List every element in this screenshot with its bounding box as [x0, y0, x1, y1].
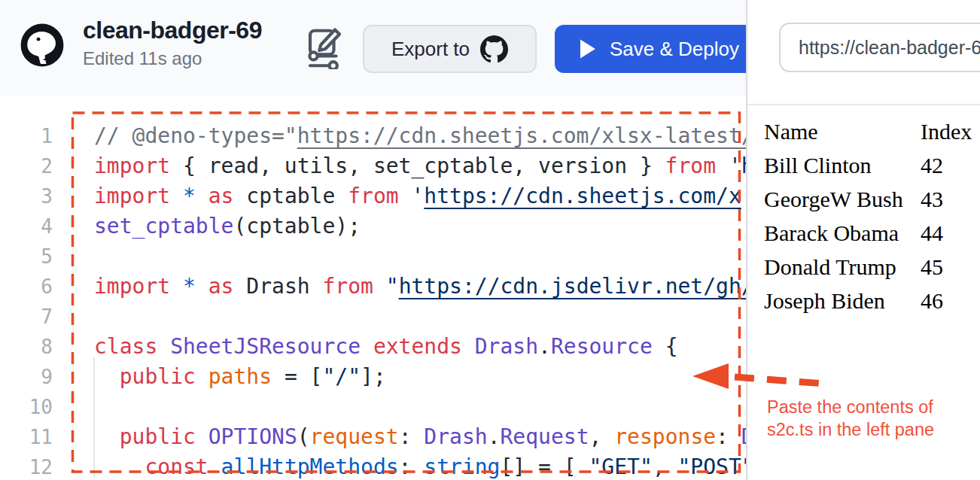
editor-pane: clean-badger-69 Edited 11s ago Export to	[0, 0, 746, 480]
table-cell: 46	[921, 284, 972, 317]
code-line[interactable]: 2import { read, utils, set_cptable, vers…	[0, 151, 746, 181]
code-token: 'h	[729, 153, 746, 178]
code-token: string	[424, 454, 500, 479]
code-token	[157, 334, 170, 359]
code-token: request	[310, 424, 399, 449]
code-token: as	[208, 274, 234, 299]
table-row: Bill Clinton42	[764, 148, 972, 182]
code-line[interactable]: 6import * as Drash from "https://cdn.jsd…	[0, 272, 746, 302]
line-number: 1	[0, 121, 53, 151]
code-token: Drash	[424, 424, 487, 449]
code-token	[208, 454, 221, 479]
code-token: '	[411, 184, 424, 208]
code-text: public paths = ["/"];	[53, 362, 386, 392]
code-token: Drash	[475, 334, 538, 359]
code-token: public	[120, 424, 196, 449]
table-row: GeorgeW Bush43	[764, 182, 972, 216]
code-token: *	[183, 274, 196, 299]
play-icon	[580, 39, 596, 59]
code-token: public	[120, 364, 196, 389]
table-row: Joseph Biden46	[764, 284, 972, 317]
line-number: 5	[0, 242, 53, 272]
rename-project-icon[interactable]	[306, 23, 342, 69]
code-token: import	[94, 153, 170, 178]
annotation-text: Paste the contents of s2c.ts in the left…	[767, 396, 959, 441]
code-token: .	[488, 424, 501, 449]
table-header-cell: Name	[764, 114, 921, 148]
github-icon	[480, 35, 508, 63]
table-header-row: NameIndex	[764, 114, 972, 148]
code-text: import * as Drash from "https://cdn.jsde…	[53, 272, 746, 302]
code-line[interactable]: 5	[0, 242, 746, 272]
code-token	[373, 274, 386, 299]
code-text: class SheetJSResource extends Drash.Reso…	[53, 332, 678, 362]
table-cell: GeorgeW Bush	[764, 182, 921, 216]
code-line[interactable]: 4set_cptable(cptable);	[0, 211, 746, 242]
code-editor[interactable]: 1// @deno-types="https://cdn.sheetjs.com…	[0, 96, 746, 480]
code-line[interactable]: 7	[0, 302, 746, 332]
table-cell: 42	[921, 148, 972, 182]
code-token	[94, 454, 145, 479]
save-and-deploy-button[interactable]: Save & Deploy	[555, 25, 746, 73]
playground-topbar: clean-badger-69 Edited 11s ago Export to	[0, 0, 746, 98]
code-token: = [	[272, 364, 322, 389]
deployment-url-input[interactable]	[779, 23, 980, 72]
code-token: cptable	[233, 184, 348, 208]
code-token: from	[348, 184, 398, 208]
code-token: "GET"	[589, 454, 653, 479]
line-number: 10	[0, 392, 53, 422]
code-lines: 1// @deno-types="https://cdn.sheetjs.com…	[0, 121, 746, 480]
line-number: 9	[0, 362, 53, 392]
table-cell: Donald Trump	[764, 250, 921, 284]
indent-guide	[93, 357, 95, 478]
code-token	[196, 184, 208, 208]
code-token: paths	[208, 364, 272, 389]
code-line[interactable]: 8class SheetJSResource extends Drash.Res…	[0, 332, 746, 362]
code-line[interactable]: 3import * as cptable from 'https://cdn.s…	[0, 181, 746, 211]
code-line[interactable]: 12 const allHttpMethods: string[] = [ "G…	[0, 452, 746, 480]
code-token: https://cdn.sheetjs.com/xlsx-latest/	[297, 123, 746, 148]
preview-table: NameIndexBill Clinton42GeorgeW Bush43Bar…	[764, 114, 972, 317]
code-token: Resource	[551, 334, 653, 359]
code-token: .	[538, 334, 551, 359]
table-row: Donald Trump45	[764, 250, 972, 284]
code-line[interactable]: 9 public paths = ["/"];	[0, 362, 746, 392]
line-number: 4	[0, 211, 53, 242]
code-token: { read, utils, set_cptable, version }	[170, 153, 665, 178]
code-token	[170, 274, 183, 299]
code-token: as	[208, 184, 234, 208]
code-token: ,	[653, 454, 678, 479]
code-token	[196, 424, 208, 449]
code-token: "/"	[322, 364, 361, 389]
code-text	[53, 302, 94, 332]
export-button-label: Export to	[391, 38, 470, 61]
table-cell: 44	[921, 216, 972, 250]
code-text	[53, 392, 94, 422]
export-to-github-button[interactable]: Export to	[363, 25, 537, 73]
code-token: import	[94, 184, 170, 208]
project-title-block: clean-badger-69 Edited 11s ago	[83, 17, 262, 69]
code-token: from	[665, 153, 716, 178]
code-token: :	[399, 424, 425, 449]
code-token: {	[653, 334, 678, 359]
table-cell: Bill Clinton	[764, 148, 921, 182]
line-number: 12	[0, 452, 53, 480]
code-line[interactable]: 11 public OPTIONS(request: Drash.Request…	[0, 422, 746, 452]
code-text	[53, 242, 94, 272]
code-token: class	[94, 334, 157, 359]
line-number: 3	[0, 181, 53, 211]
code-token	[716, 153, 729, 178]
code-token	[94, 424, 120, 449]
table-header-cell: Index	[921, 114, 972, 148]
code-token: response	[614, 424, 716, 449]
code-token	[170, 184, 183, 208]
code-token: :	[399, 454, 425, 479]
code-token: [] = [	[500, 454, 589, 479]
deno-logo-icon[interactable]	[20, 23, 64, 67]
code-token: (cptable);	[233, 214, 361, 238]
code-line[interactable]: 10	[0, 392, 746, 422]
code-line[interactable]: 1// @deno-types="https://cdn.sheetjs.com…	[0, 121, 746, 151]
code-text: import * as cptable from 'https://cdn.sh…	[53, 181, 741, 211]
code-token: Request	[501, 424, 589, 449]
code-token: allHttpMethods	[221, 454, 399, 479]
